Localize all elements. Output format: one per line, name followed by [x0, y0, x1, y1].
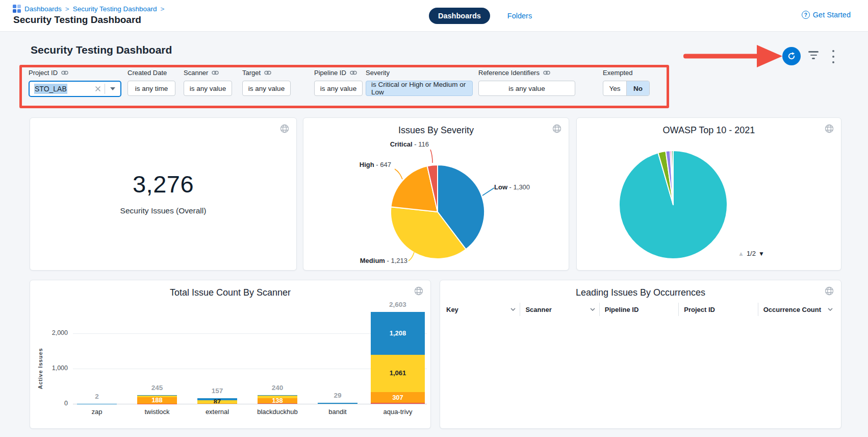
- dashboards-grid-icon: [13, 5, 21, 13]
- pie-slice-label: Medium - 1,213: [360, 257, 407, 264]
- bar-segment-value: 307: [371, 394, 425, 401]
- reference-identifiers-filter-button[interactable]: is any value: [478, 81, 575, 96]
- pie-callout-line: [430, 150, 432, 163]
- bar-segment-medium[interactable]: 1,061: [371, 355, 425, 392]
- more-options-button[interactable]: [831, 50, 835, 63]
- bar-segment-value: 87: [197, 398, 237, 405]
- severity-pie-chart: Low - 1,300Medium - 1,213High - 647Criti…: [303, 136, 570, 270]
- filter-project-id: Project ID STO_LAB: [29, 68, 121, 97]
- chevron-down-icon[interactable]: [105, 87, 120, 90]
- bar-external[interactable]: 87: [197, 398, 237, 404]
- bar-segment-critical[interactable]: [258, 403, 297, 404]
- bar-segment-high[interactable]: 307: [371, 392, 425, 403]
- column-header-project-id[interactable]: Project ID: [679, 303, 758, 316]
- target-filter-button[interactable]: is any value: [242, 81, 291, 96]
- filter-bar: Project ID STO_LAB Created Date is any t…: [0, 68, 868, 106]
- column-header-scanner[interactable]: Scanner: [520, 303, 599, 316]
- bar-segment-value: 1,208: [371, 330, 425, 337]
- bar-segment-high[interactable]: [197, 403, 237, 404]
- pipeline-id-filter-button[interactable]: is any value: [314, 81, 363, 96]
- sort-chevron-icon: [828, 308, 833, 311]
- sort-chevron-icon: [510, 308, 516, 311]
- page-title: Security Testing Dashboard: [13, 14, 141, 26]
- refresh-button[interactable]: [782, 47, 801, 65]
- breadcrumb-current-dashboard[interactable]: Security Testing Dashboard: [73, 5, 157, 13]
- filter-exempted: Exempted Yes No: [603, 68, 650, 96]
- card-owasp-top10: OWASP Top 10 - 2021 ▲ 1/2 ▼: [576, 117, 841, 271]
- filter-label: Scanner: [184, 69, 208, 77]
- y-axis-label: Active Issues: [37, 328, 45, 409]
- bar-bandit[interactable]: [318, 403, 358, 404]
- get-started-link[interactable]: ? Get Started: [802, 11, 851, 19]
- project-id-input[interactable]: STO_LAB: [29, 81, 121, 97]
- filter-target: Target is any value: [242, 68, 291, 96]
- bar-blackduckhub[interactable]: 138: [258, 395, 297, 404]
- scanner-filter-button[interactable]: is any value: [184, 81, 232, 96]
- pie-slice-label: Critical - 116: [390, 140, 429, 148]
- filter-pipeline-id: Pipeline ID is any value: [314, 68, 363, 96]
- tab-dashboards[interactable]: Dashboards: [429, 8, 490, 24]
- page-down-icon[interactable]: ▼: [758, 250, 764, 257]
- exempted-no-option[interactable]: No: [626, 81, 649, 95]
- card-security-issues-overall: 3,276 Security Issues (Overall): [30, 117, 297, 271]
- breadcrumb: Dashboards > Security Testing Dashboard …: [13, 5, 164, 13]
- project-id-value: STO_LAB: [34, 84, 67, 94]
- column-header-pipeline-id[interactable]: Pipeline ID: [600, 303, 679, 316]
- annotation-arrow: [682, 43, 784, 69]
- filter-created-date: Created Date is any time: [127, 68, 175, 96]
- link-icon: [543, 70, 550, 75]
- clear-icon[interactable]: [91, 86, 105, 92]
- link-icon: [212, 70, 219, 75]
- bar-aqua-trivy[interactable]: 1,2081,061307: [371, 312, 425, 404]
- exempted-yes-option[interactable]: Yes: [603, 81, 626, 95]
- filter-label: Reference Identifiers: [478, 69, 540, 77]
- pie-callout-line: [482, 188, 494, 196]
- bar-total-label: 2,603: [367, 301, 428, 308]
- bar-segment-low[interactable]: [318, 403, 358, 404]
- bar-segment-high[interactable]: 188: [137, 397, 177, 404]
- filter-label: Severity: [366, 69, 390, 77]
- filter-reference-identifiers: Reference Identifiers is any value: [478, 68, 575, 96]
- link-icon: [61, 70, 68, 75]
- filter-label: Created Date: [127, 69, 167, 77]
- chart-title: Leading Issues By Occurrences: [440, 287, 841, 298]
- severity-filter-button[interactable]: is Critical or High or Medium or Low: [366, 81, 473, 96]
- breadcrumb-separator: >: [65, 5, 69, 13]
- created-date-filter-button[interactable]: is any time: [127, 81, 175, 96]
- filter-severity: Severity is Critical or High or Medium o…: [366, 68, 473, 96]
- bar-segment-critical[interactable]: [371, 403, 425, 404]
- page-up-icon[interactable]: ▲: [738, 250, 744, 257]
- bar-total-label: 2: [66, 393, 127, 400]
- scanner-bar-chart: 01,0002,000Active Issues2zap188245twistl…: [30, 280, 430, 428]
- pie-callout-line: [409, 252, 414, 261]
- filter-label: Target: [242, 69, 261, 77]
- exempted-toggle: Yes No: [603, 81, 650, 96]
- tab-folders[interactable]: Folders: [507, 12, 532, 20]
- header-tabs: Dashboards Folders: [429, 8, 532, 24]
- pie-slice-label: Low - 1,300: [494, 183, 530, 191]
- globe-icon[interactable]: [280, 124, 289, 135]
- filter-label: Project ID: [29, 69, 58, 77]
- owasp-pie-chart: [577, 118, 842, 271]
- globe-icon[interactable]: [825, 286, 834, 298]
- bar-segment-high[interactable]: 138: [258, 398, 297, 403]
- refresh-icon: [787, 52, 796, 61]
- owasp-pager: ▲ 1/2 ▼: [738, 250, 764, 257]
- get-started-label: Get Started: [813, 11, 851, 19]
- chart-title: Issues By Severity: [303, 125, 569, 136]
- x-category-label: aqua-trivy: [362, 408, 433, 416]
- column-header-occurrence-count[interactable]: Occurrence Count: [758, 303, 837, 316]
- dashboard-filters-button[interactable]: [808, 51, 819, 61]
- column-header-key[interactable]: Key: [445, 303, 520, 316]
- card-total-issue-count-by-scanner: Total Issue Count By Scanner 01,0002,000…: [30, 280, 431, 429]
- link-icon: [350, 70, 357, 75]
- globe-icon[interactable]: [552, 124, 561, 135]
- column-label: Pipeline ID: [605, 306, 639, 313]
- breadcrumb-dashboards[interactable]: Dashboards: [24, 5, 62, 13]
- bar-segment-value: 188: [137, 397, 177, 404]
- sort-chevron-icon: [590, 308, 595, 311]
- bar-twistlock[interactable]: 188: [137, 395, 177, 404]
- bar-total-label: 157: [187, 387, 248, 395]
- bar-segment-low[interactable]: 1,208: [371, 312, 425, 354]
- help-icon: ?: [802, 11, 810, 19]
